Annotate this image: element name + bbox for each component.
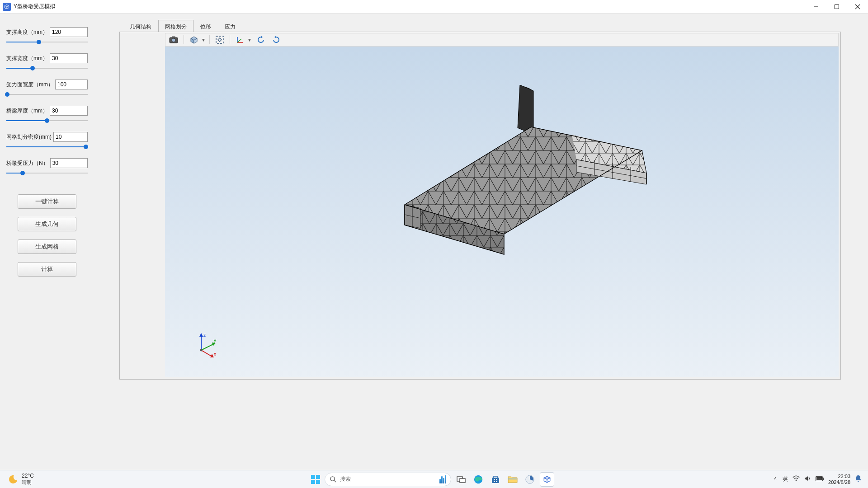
chevron-down-icon[interactable]: ▼ [201,38,206,42]
param-label: 网格划分密度(mm) [6,133,52,141]
svg-point-6 [172,38,175,42]
store-icon[interactable] [488,472,503,487]
svg-rect-30 [494,481,495,482]
svg-rect-1 [835,5,839,9]
svg-rect-25 [460,479,465,483]
svg-rect-5 [172,37,175,38]
param-slider[interactable] [6,117,88,124]
clock-time: 22:03 [828,474,850,479]
svg-rect-7 [216,36,223,43]
param-label: 支撑宽度（mm） [6,55,48,62]
svg-rect-18 [311,475,315,479]
wifi-icon[interactable] [793,475,800,483]
svg-rect-27 [492,478,499,483]
view-cube-icon[interactable] [188,34,200,46]
param-slider[interactable] [6,170,88,176]
axis-z-label: z [203,333,206,338]
param-input[interactable] [50,27,88,37]
param-5: 桥墩受压力（N） [6,158,88,176]
tray-chevron-icon[interactable]: ＾ [773,475,778,483]
edge-icon[interactable] [471,472,486,487]
app-icon-1[interactable] [523,472,537,487]
window-maximize-button[interactable] [826,0,847,14]
param-slider[interactable] [6,39,88,45]
viewer-toolbar: ▼ ▼ [165,33,839,47]
screenshot-icon[interactable] [167,34,180,46]
bing-icon [439,475,446,483]
param-1: 支撑宽度（mm） [6,53,88,71]
rotate-ccw-icon[interactable] [255,34,267,46]
svg-marker-14 [212,343,216,346]
3d-viewport[interactable]: z y x [165,47,839,377]
svg-rect-29 [496,479,497,480]
fit-view-icon[interactable] [213,34,226,46]
param-slider[interactable] [6,65,88,71]
param-input[interactable] [50,158,88,168]
compute-all-button[interactable]: 一键计算 [18,194,76,209]
svg-point-34 [796,480,797,481]
start-button[interactable] [309,473,322,486]
axis-x-label: x [214,352,216,357]
param-label: 桥墩受压力（N） [6,160,48,167]
app-icon [3,3,11,11]
app-body: 支撑高度（mm）支撑宽度（mm）受力面宽度（mm）桥梁厚度（mm）网格划分密度(… [0,14,868,470]
generate-geometry-button[interactable]: 生成几何 [18,217,76,231]
toolbar-separator [230,35,230,44]
clock-date: 2024/8/28 [828,479,850,485]
svg-point-22 [330,477,334,481]
svg-rect-28 [494,479,495,480]
svg-line-15 [201,350,212,357]
axis-toggle-icon[interactable] [234,34,246,46]
task-view-icon[interactable] [454,472,468,487]
axis-triad: z y x [192,332,219,359]
explorer-icon[interactable] [505,472,520,487]
svg-rect-36 [816,477,822,480]
titlebar: Y型桥墩受压模拟 [0,0,868,14]
app-icon-active[interactable] [540,472,554,487]
taskbar-center: 搜索 [90,472,773,487]
window-title: Y型桥墩受压模拟 [14,3,55,10]
toolbar-separator [209,35,210,44]
param-list: 支撑高度（mm）支撑宽度（mm）受力面宽度（mm）桥梁厚度（mm）网格划分密度(… [6,27,88,176]
taskbar-weather[interactable]: 22°C 晴朗 [0,473,90,486]
param-2: 受力面宽度（mm） [6,80,88,98]
svg-line-13 [201,344,214,350]
window-minimize-button[interactable] [806,0,826,14]
taskbar-search[interactable]: 搜索 [325,473,451,486]
svg-marker-12 [199,333,203,337]
chevron-down-icon[interactable]: ▼ [247,38,252,42]
param-label: 桥梁厚度（mm） [6,107,48,115]
viewer-frame: ▼ ▼ [119,32,841,380]
param-input[interactable] [50,53,88,63]
rotate-cw-icon[interactable] [270,34,283,46]
search-icon [330,476,336,483]
param-label: 受力面宽度（mm） [6,81,53,89]
parameter-panel: 支撑高度（mm）支撑宽度（mm）受力面宽度（mm）桥梁厚度（mm）网格划分密度(… [6,27,88,277]
compute-button[interactable]: 计算 [18,262,76,277]
battery-icon[interactable] [816,476,824,483]
volume-icon[interactable] [804,475,811,483]
svg-line-23 [334,480,336,482]
axis-y-label: y [214,338,216,343]
param-input[interactable] [53,132,88,142]
svg-rect-21 [316,480,320,484]
param-0: 支撑高度（mm） [6,27,88,45]
generate-mesh-button[interactable]: 生成网格 [18,239,76,254]
taskbar-clock[interactable]: 22:03 2024/8/28 [828,474,850,485]
param-slider[interactable] [6,91,88,98]
mesh-model [165,47,839,377]
weather-condition: 晴朗 [22,479,34,486]
param-3: 桥梁厚度（mm） [6,106,88,124]
svg-line-10 [237,39,241,42]
param-input[interactable] [55,80,88,89]
param-slider[interactable] [6,144,88,150]
svg-rect-31 [496,481,497,482]
search-placeholder: 搜索 [340,475,351,483]
ime-indicator[interactable]: 英 [783,475,788,483]
window-close-button[interactable] [847,0,868,14]
moon-icon [8,474,18,484]
param-input[interactable] [50,106,88,116]
param-label: 支撑高度（mm） [6,28,48,36]
notifications-icon[interactable] [855,475,862,483]
svg-rect-19 [316,475,320,479]
